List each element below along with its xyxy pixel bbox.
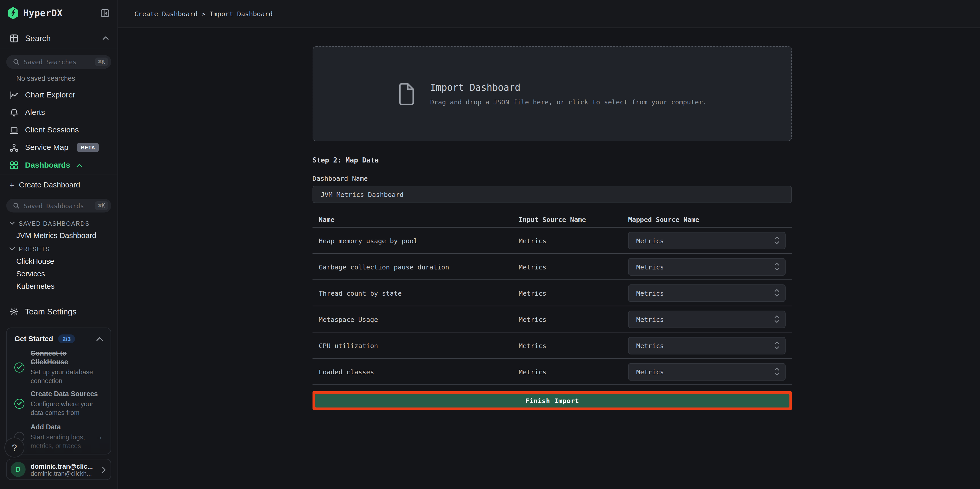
dropzone-subtitle: Drag and drop a JSON file here, or click…: [430, 98, 707, 106]
input-source-cell: Metrics: [519, 342, 628, 349]
get-started-title: Get Started: [14, 335, 53, 343]
breadcrumb: Create Dashboard > Import Dashboard: [134, 10, 273, 18]
mapped-source-select[interactable]: Metrics: [628, 232, 786, 249]
progress-badge: 2/3: [58, 335, 75, 344]
bell-icon: [9, 108, 19, 117]
chevron-up-icon[interactable]: [96, 337, 103, 341]
dashboards-grid-icon: [9, 161, 19, 170]
create-dashboard-label: Create Dashboard: [19, 181, 80, 190]
sidebar-item-alerts[interactable]: Alerts: [0, 104, 118, 121]
section-label: PRESETS: [19, 245, 50, 252]
sidebar-item-service-map[interactable]: Service Map BETA: [0, 139, 118, 156]
collapse-sidebar-icon[interactable]: [100, 8, 110, 18]
avatar: D: [11, 462, 25, 477]
dashboard-name-label: Dashboard Name: [313, 174, 792, 182]
sidebar-item-chart-explorer[interactable]: Chart Explorer: [0, 86, 118, 104]
step-subtitle: Start sending logs, metrics, or traces: [30, 433, 88, 450]
chart-name-cell: Thread count by state: [313, 289, 519, 296]
selected-value: Metrics: [636, 368, 664, 375]
sidebar-item-clickhouse[interactable]: ClickHouse: [0, 256, 118, 267]
chevron-down-icon: [9, 247, 15, 251]
import-dropzone[interactable]: Import Dashboard Drag and drop a JSON fi…: [313, 46, 792, 142]
select-chevrons-icon: [774, 236, 779, 244]
chevron-right-icon: [102, 466, 106, 473]
divider: [0, 174, 118, 174]
dashboard-name-input[interactable]: [313, 186, 792, 203]
get-started-step-sources[interactable]: Create Data Sources Configure where your…: [14, 390, 103, 417]
selected-value: Metrics: [636, 237, 664, 244]
mapped-source-select[interactable]: Metrics: [628, 258, 786, 276]
content-area: Import Dashboard Drag and drop a JSON fi…: [118, 28, 980, 489]
table-row: Thread count by state Metrics Metrics: [313, 280, 792, 306]
saved-searches-input[interactable]: [24, 58, 91, 65]
selected-value: Metrics: [636, 342, 664, 349]
create-dashboard-button[interactable]: + Create Dashboard: [0, 176, 118, 194]
sidebar-item-jvm-metrics-dashboard[interactable]: JVM Metrics Dashboard: [0, 230, 118, 241]
check-circle-icon: [14, 398, 24, 409]
user-menu[interactable]: D dominic.tran@clic... dominic.tran@clic…: [6, 459, 111, 480]
table-row: Heap memory usage by pool Metrics Metric…: [313, 228, 792, 254]
get-started-step-add-data[interactable]: Add Data Start sending logs, metrics, or…: [14, 424, 103, 451]
sidebar-item-search[interactable]: Search: [0, 29, 118, 48]
chevron-up-icon[interactable]: [103, 36, 109, 40]
input-source-cell: Metrics: [519, 315, 628, 323]
mapped-source-select[interactable]: Metrics: [628, 284, 786, 301]
service-map-icon: [9, 143, 19, 152]
section-presets[interactable]: PRESETS: [0, 243, 118, 255]
app-logo[interactable]: HyperDX: [8, 7, 62, 19]
table-row: Garbage collection pause duration Metric…: [313, 254, 792, 280]
chevron-up-icon[interactable]: [76, 161, 83, 169]
table-row: CPU utilization Metrics Metrics: [313, 333, 792, 358]
logo-row: HyperDX: [0, 0, 118, 26]
help-button[interactable]: ?: [4, 438, 24, 458]
search-icon: [13, 202, 20, 209]
sidebar-item-label: Chart Explorer: [25, 91, 75, 99]
sidebar-item-client-sessions[interactable]: Client Sessions: [0, 121, 118, 139]
chart-name-cell: Metaspace Usage: [313, 315, 519, 323]
input-source-cell: Metrics: [519, 263, 628, 270]
section-label: SAVED DASHBOARDS: [19, 220, 90, 227]
sidebar-item-label: Search: [25, 33, 51, 43]
shortcut-badge: ⌘K: [95, 201, 108, 210]
saved-dashboards-search[interactable]: ⌘K: [6, 199, 111, 212]
divider: [0, 49, 118, 49]
mapped-source-select[interactable]: Metrics: [628, 363, 786, 380]
selected-value: Metrics: [636, 315, 664, 323]
table-row: Metaspace Usage Metrics Metrics: [313, 306, 792, 333]
main-area: Create Dashboard > Import Dashboard Impo…: [118, 0, 980, 489]
section-saved-dashboards[interactable]: SAVED DASHBOARDS: [0, 218, 118, 229]
plus-icon: +: [9, 181, 14, 190]
sidebar-item-kubernetes[interactable]: Kubernetes: [0, 281, 118, 292]
select-chevrons-icon: [774, 315, 779, 323]
table-row: Loaded classes Metrics Metrics: [313, 358, 792, 385]
sidebar-item-label: Client Sessions: [25, 126, 79, 134]
select-chevrons-icon: [774, 289, 779, 297]
selected-value: Metrics: [636, 289, 664, 296]
step-title: Connect to ClickHouse: [30, 350, 103, 367]
sidebar-item-label: Service Map: [25, 143, 68, 152]
chart-name-cell: Loaded classes: [313, 368, 519, 375]
finish-import-button[interactable]: Finish Import: [315, 394, 789, 408]
saved-dashboards-input[interactable]: [24, 202, 91, 209]
chart-name-cell: Garbage collection pause duration: [313, 263, 519, 270]
mapped-source-select[interactable]: Metrics: [628, 310, 786, 328]
app-window: HyperDX Search ⌘K No saved searches: [0, 0, 980, 489]
step-subtitle: Configure where your data comes from: [30, 400, 103, 417]
sidebar-item-label: Team Settings: [25, 306, 76, 316]
gear-icon: [9, 306, 19, 316]
sidebar-item-label: Dashboards: [25, 161, 70, 169]
check-circle-icon: [14, 363, 24, 373]
sidebar-item-services[interactable]: Services: [0, 268, 118, 279]
laptop-icon: [9, 125, 19, 134]
no-saved-searches-text: No saved searches: [0, 74, 118, 82]
user-email: dominic.tran@clickh...: [30, 470, 97, 477]
mapped-source-select[interactable]: Metrics: [628, 336, 786, 354]
input-source-cell: Metrics: [519, 237, 628, 244]
get-started-step-connect[interactable]: Connect to ClickHouse Set up your databa…: [14, 350, 103, 385]
dropzone-title: Import Dashboard: [430, 82, 707, 93]
sidebar-item-dashboards[interactable]: Dashboards: [0, 156, 118, 174]
sidebar-item-team-settings[interactable]: Team Settings: [0, 302, 118, 320]
saved-searches-search[interactable]: ⌘K: [6, 55, 111, 68]
chart-name-cell: Heap memory usage by pool: [313, 237, 519, 244]
user-name: dominic.tran@clic...: [30, 462, 97, 470]
